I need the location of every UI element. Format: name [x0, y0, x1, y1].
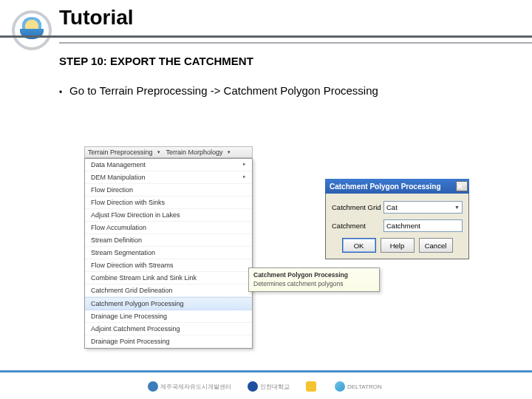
- menu-item[interactable]: Flow Direction with Sinks: [85, 197, 252, 209]
- menu-item[interactable]: Drainage Point Processing: [85, 335, 252, 348]
- page-title: Tutorial: [59, 6, 532, 30]
- menu-item[interactable]: Catchment Grid Delineation: [85, 284, 252, 297]
- menu-tooltip: Catchment Polygon Processing Determines …: [248, 267, 380, 292]
- footer-logo-text: 인천대학교: [260, 383, 290, 391]
- dialog-titlebar[interactable]: Catchment Polygon Processing ✕: [325, 179, 469, 194]
- menu-item[interactable]: Combine Stream Link and Sink Link: [85, 272, 252, 284]
- dialog-row: Catchment Grid Cat▼: [332, 201, 463, 214]
- field-value: Catchment: [386, 222, 420, 230]
- menu-item[interactable]: DEM Manipulation: [85, 171, 252, 184]
- menu-item[interactable]: Stream Definition: [85, 234, 252, 247]
- step-heading: STEP 10: EXPORT THE CATCHMENT: [59, 55, 253, 67]
- dialog-title: Catchment Polygon Processing: [330, 183, 456, 191]
- footer-logo-4: DELTATRON: [335, 381, 382, 392]
- logo-icon: [248, 381, 258, 392]
- bullet-glyph: •: [59, 87, 62, 98]
- close-icon: ✕: [457, 183, 467, 191]
- footer-logo-text: DELTATRON: [347, 383, 382, 390]
- menu-item[interactable]: Flow Direction with Streams: [85, 259, 252, 272]
- help-button[interactable]: Help: [381, 238, 415, 253]
- menu-item[interactable]: Drainage Line Processing: [85, 310, 252, 323]
- menu-item[interactable]: Adjoint Catchment Processing: [85, 323, 252, 335]
- header-rule-thin: [59, 42, 532, 44]
- logo-icon: [335, 381, 345, 392]
- dialog-catchment-polygon-processing: Catchment Polygon Processing ✕ Catchment…: [325, 179, 469, 259]
- field-input-catchment-grid[interactable]: Cat▼: [383, 201, 463, 214]
- tooltip-title: Catchment Polygon Processing: [249, 270, 379, 280]
- menu-item[interactable]: Flow Direction: [85, 184, 252, 197]
- dialog-body: Catchment Grid Cat▼ Catchment Catchment …: [325, 194, 469, 259]
- footer-logo-text: 제주국제자유도시개발센터: [160, 383, 231, 391]
- chevron-down-icon: ▼: [454, 205, 460, 210]
- cancel-button[interactable]: Cancel: [419, 238, 453, 253]
- tooltip-desc: Determines catchment polygons: [249, 280, 379, 290]
- instruction-text: Go to Terrain Preprocessing -> Catchment…: [69, 84, 378, 97]
- header-rule-thick: [0, 35, 532, 38]
- footer-logo-2: 인천대학교: [248, 381, 290, 392]
- footer-rule: [0, 370, 532, 372]
- logo-icon: [148, 381, 158, 392]
- menu-item[interactable]: Stream Segmentation: [85, 247, 252, 259]
- menu-screenshot: Terrain Preprocessing▾ Terrain Morpholog…: [84, 146, 253, 349]
- menu-item[interactable]: Adjust Flow Direction in Lakes: [85, 209, 252, 222]
- dropdown-arrow-icon: ▾: [225, 149, 233, 155]
- toolbar-item-terrain-morphology[interactable]: Terrain Morphology: [163, 149, 226, 156]
- menu-item[interactable]: Data Management: [85, 159, 252, 171]
- dialog-button-row: OK Help Cancel: [332, 238, 463, 253]
- ok-button[interactable]: OK: [342, 238, 376, 253]
- toolbar-item-terrain-preprocessing[interactable]: Terrain Preprocessing: [85, 149, 156, 156]
- header: Tutorial: [0, 0, 532, 30]
- field-label-catchment: Catchment: [332, 222, 383, 230]
- field-input-catchment[interactable]: Catchment: [383, 219, 463, 232]
- footer-logos: 제주국제자유도시개발센터 인천대학교 DELTATRON: [148, 381, 382, 392]
- field-value: Cat: [386, 203, 398, 211]
- menu-toolbar[interactable]: Terrain Preprocessing▾ Terrain Morpholog…: [84, 146, 253, 158]
- menu-panel: Data Management DEM Manipulation Flow Di…: [84, 158, 253, 349]
- dropdown-arrow-icon: ▾: [154, 149, 163, 155]
- footer-logo-1: 제주국제자유도시개발센터: [148, 381, 231, 392]
- menu-item[interactable]: Flow Accumulation: [85, 222, 252, 234]
- dialog-row: Catchment Catchment: [332, 219, 463, 232]
- logo-icon: [306, 381, 316, 392]
- field-label-catchment-grid: Catchment Grid: [332, 203, 383, 211]
- close-button[interactable]: ✕: [456, 181, 468, 191]
- footer-logo-3: [306, 381, 318, 392]
- menu-item-catchment-polygon-processing[interactable]: Catchment Polygon Processing: [85, 297, 252, 310]
